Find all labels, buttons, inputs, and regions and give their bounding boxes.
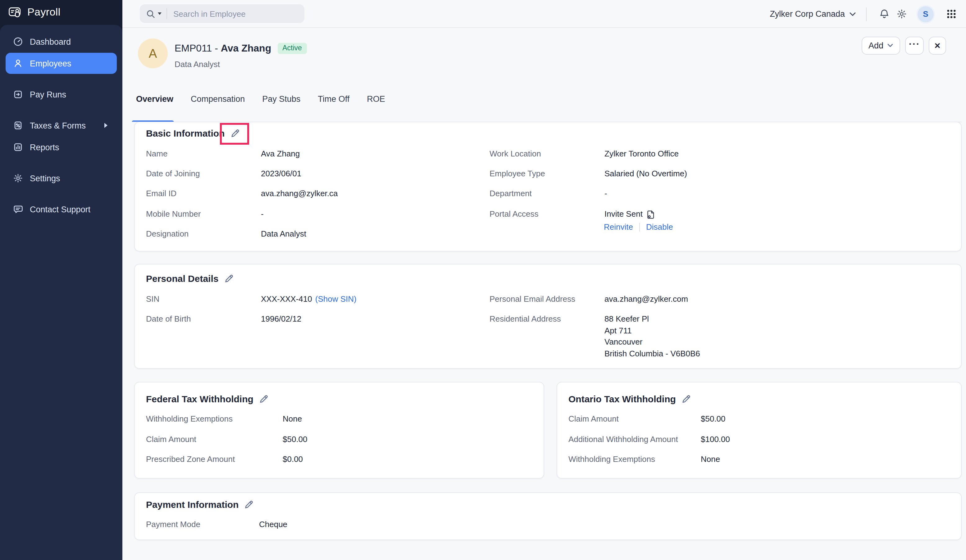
field-label: Name — [146, 148, 261, 160]
edit-pencil-icon[interactable] — [259, 394, 268, 403]
section-title: Payment Information — [146, 499, 238, 509]
gear-icon[interactable] — [893, 5, 910, 23]
search-input[interactable] — [167, 9, 304, 18]
employee-id: EMP011 - — [174, 43, 221, 53]
field-value: $50.00 — [701, 413, 726, 425]
federal-tax-header: Federal Tax Withholding — [146, 392, 268, 405]
app-header: Payroll — [0, 0, 122, 25]
ontario-tax-card: Ontario Tax Withholding Claim Amount $50… — [557, 382, 962, 479]
close-button[interactable]: ✕ — [929, 37, 946, 55]
chevron-down-icon — [849, 11, 856, 16]
topbar-right: Zylker Corp Canada S — [770, 0, 960, 28]
sidebar-item-label: Pay Runs — [30, 90, 66, 99]
apps-grid-icon[interactable] — [942, 5, 960, 23]
tab-roe[interactable]: ROE — [363, 93, 389, 106]
add-button[interactable]: Add — [862, 37, 900, 55]
field-name: Name Ava Zhang — [146, 148, 300, 160]
reinvite-link[interactable]: Reinvite — [604, 222, 633, 232]
field-label: Employee Type — [490, 168, 605, 179]
field-employee-type: Employee Type Salaried (No Overtime) — [490, 168, 687, 179]
basic-information-header: Basic Information — [146, 127, 240, 139]
field-mobile-number: Mobile Number - — [146, 209, 264, 220]
portal-access-status: Invite Sent — [605, 209, 642, 220]
sidebar-item-taxes-forms[interactable]: Taxes & Forms — [6, 115, 117, 136]
search-scope-caret-icon[interactable] — [158, 12, 161, 15]
sidebar-item-label: Taxes & Forms — [30, 121, 86, 130]
field-value: Salaried (No Overtime) — [605, 168, 687, 179]
field-label: Payment Mode — [146, 519, 259, 530]
add-button-label: Add — [869, 41, 883, 50]
field-additional-withholding-amount: Additional Withholding Amount $100.00 — [568, 434, 730, 445]
sidebar-item-employees[interactable]: Employees — [6, 53, 117, 74]
payment-information-header: Payment Information — [146, 498, 253, 510]
field-value: ava.zhang@zylker.com — [605, 294, 688, 305]
field-value: $100.00 — [701, 434, 730, 445]
personal-details-card: Personal Details SIN XXX-XXX-410 (Show S… — [134, 264, 962, 369]
ontario-tax-header: Ontario Tax Withholding — [568, 392, 691, 405]
app-title: Payroll — [27, 6, 61, 19]
section-title: Federal Tax Withholding — [146, 393, 253, 404]
field-value: $0.00 — [283, 454, 303, 465]
sidebar-item-reports[interactable]: Reports — [6, 137, 117, 158]
edit-pencil-icon[interactable] — [682, 394, 691, 403]
header-actions: Add ··· ✕ — [862, 37, 946, 55]
close-icon: ✕ — [934, 41, 941, 50]
employee-title-row: EMP011 - Ava Zhang Active — [174, 42, 307, 55]
field-withholding-exemptions: Withholding Exemptions None — [568, 454, 720, 465]
edit-pencil-icon[interactable] — [230, 128, 240, 138]
topbar-divider — [866, 7, 867, 21]
tab-time-off[interactable]: Time Off — [314, 93, 354, 106]
field-sin: SIN XXX-XXX-410 (Show SIN) — [146, 294, 356, 305]
field-date-of-birth: Date of Birth 1996/02/12 — [146, 314, 301, 325]
field-value: None — [283, 413, 302, 425]
ellipsis-icon: ··· — [909, 38, 920, 49]
field-claim-amount: Claim Amount $50.00 — [568, 413, 726, 425]
field-label: Portal Access — [490, 209, 605, 220]
sidebar-item-label: Dashboard — [30, 37, 71, 46]
taxes-forms-icon — [13, 120, 23, 130]
field-value: - — [605, 188, 607, 199]
edit-pencil-icon[interactable] — [244, 499, 253, 509]
basic-information-card: Basic Information Name Ava Zhang Date of… — [134, 122, 962, 251]
tab-compensation[interactable]: Compensation — [186, 93, 249, 106]
field-label: Additional Withholding Amount — [568, 434, 701, 445]
links-divider — [639, 223, 640, 231]
field-value: Ava Zhang — [261, 148, 300, 160]
field-department: Department - — [490, 188, 607, 199]
section-title: Personal Details — [146, 273, 219, 283]
tab-bar: Overview Compensation Pay Stubs Time Off… — [132, 93, 389, 106]
field-label: Work Location — [490, 148, 605, 160]
user-avatar[interactable]: S — [918, 6, 934, 22]
field-label: Designation — [146, 228, 261, 240]
sidebar-item-pay-runs[interactable]: Pay Runs — [6, 84, 117, 105]
tab-pay-stubs[interactable]: Pay Stubs — [258, 93, 305, 106]
section-title: Ontario Tax Withholding — [568, 393, 676, 404]
employee-avatar: A — [138, 38, 168, 68]
sidebar-item-settings[interactable]: Settings — [6, 168, 117, 189]
edit-pencil-icon[interactable] — [224, 273, 233, 283]
sidebar-item-label: Employees — [30, 59, 71, 68]
sidebar-item-label: Settings — [30, 174, 60, 183]
sidebar-panel — [0, 25, 122, 560]
disable-link[interactable]: Disable — [646, 222, 673, 232]
address-line: Vancouver — [605, 337, 700, 348]
more-options-button[interactable]: ··· — [905, 37, 924, 55]
field-claim-amount: Claim Amount $50.00 — [146, 434, 307, 445]
show-sin-link[interactable]: (Show SIN) — [315, 294, 356, 305]
field-value: Data Analyst — [261, 228, 306, 240]
field-value: 2023/06/01 — [261, 168, 301, 179]
field-label: Date of Joining — [146, 168, 261, 179]
notifications-bell-icon[interactable] — [875, 5, 893, 23]
sidebar-item-contact-support[interactable]: Contact Support — [6, 199, 117, 220]
sidebar-item-dashboard[interactable]: Dashboard — [6, 31, 117, 52]
organization-selector[interactable]: Zylker Corp Canada — [770, 9, 856, 19]
chevron-down-icon — [887, 43, 893, 48]
chevron-right-icon — [103, 122, 109, 129]
field-label: Mobile Number — [146, 209, 261, 220]
status-badge: Active — [278, 43, 307, 54]
search-bar[interactable] — [140, 4, 304, 23]
field-label: Prescribed Zone Amount — [146, 454, 283, 465]
search-icon[interactable] — [146, 9, 155, 18]
tab-overview[interactable]: Overview — [132, 93, 177, 106]
field-label: SIN — [146, 294, 261, 305]
